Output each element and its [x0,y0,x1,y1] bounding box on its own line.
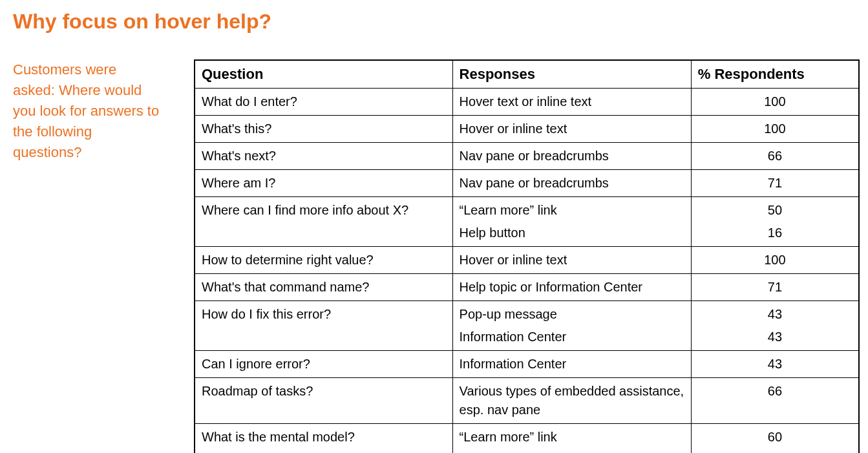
cell-response: Hover or inline text [452,247,691,274]
cell-percent: 43 [691,301,859,328]
page-title: Why focus on hover help? [13,10,855,34]
cell-question: What's this? [195,116,452,143]
cell-question: How do I fix this error? [195,301,452,328]
cell-response: Help button [452,224,691,247]
cell-question: Where am I? [195,170,452,197]
sidebar-text: Customers were asked: Where would you lo… [13,59,162,453]
table-row: What's that command name?Help topic or I… [195,274,859,301]
table-wrap: Question Responses % Respondents What do… [194,59,860,453]
cell-response: Nav pane or breadcrumbs [452,143,691,170]
table-row: Information Center40 [195,450,859,453]
cell-question [195,328,452,351]
cell-percent: 50 [691,197,859,224]
cell-response: Hover text or inline text [452,89,691,116]
cell-percent: 40 [691,450,859,453]
cell-percent: 16 [691,224,859,247]
cell-response: “Learn more” link [452,424,691,451]
cell-percent: 100 [691,116,859,143]
table-row: How do I fix this error?Pop-up message43 [195,301,859,328]
cell-response: Various types of embedded assistance, es… [452,378,691,424]
cell-question: What's next? [195,143,452,170]
cell-response: Help topic or Information Center [452,274,691,301]
cell-percent: 43 [691,351,859,378]
cell-question: Where can I find more info about X? [195,197,452,224]
cell-response: Nav pane or breadcrumbs [452,170,691,197]
cell-question: Roadmap of tasks? [195,378,452,424]
cell-percent: 66 [691,378,859,424]
cell-question [195,224,452,247]
table-row: Help button16 [195,224,859,247]
cell-percent: 100 [691,247,859,274]
cell-percent: 71 [691,274,859,301]
cell-question: What's that command name? [195,274,452,301]
content-row: Customers were asked: Where would you lo… [13,59,855,453]
responses-table: Question Responses % Respondents What do… [194,59,860,453]
cell-percent: 43 [691,328,859,351]
table-row: What's next?Nav pane or breadcrumbs66 [195,143,859,170]
cell-response: “Learn more” link [452,197,691,224]
table-row: How to determine right value?Hover or in… [195,247,859,274]
cell-percent: 100 [691,89,859,116]
header-question: Question [195,60,452,89]
cell-question [195,450,452,453]
table-row: What do I enter?Hover text or inline tex… [195,89,859,116]
table-row: Roadmap of tasks?Various types of embedd… [195,378,859,424]
cell-percent: 66 [691,143,859,170]
table-row: Where can I find more info about X?“Lear… [195,197,859,224]
cell-response: Hover or inline text [452,116,691,143]
table-header-row: Question Responses % Respondents [195,60,859,89]
cell-response: Information Center [452,351,691,378]
cell-question: Can I ignore error? [195,351,452,378]
cell-response: Information Center [452,328,691,351]
cell-response: Information Center [452,450,691,453]
cell-percent: 71 [691,170,859,197]
cell-question: What do I enter? [195,89,452,116]
cell-percent: 60 [691,424,859,451]
cell-question: How to determine right value? [195,247,452,274]
header-percent: % Respondents [691,60,859,89]
header-responses: Responses [452,60,691,89]
table-row: What is the mental model?“Learn more” li… [195,424,859,451]
cell-response: Pop-up message [452,301,691,328]
cell-question: What is the mental model? [195,424,452,451]
table-row: Information Center43 [195,328,859,351]
table-row: What's this?Hover or inline text100 [195,116,859,143]
table-row: Where am I?Nav pane or breadcrumbs71 [195,170,859,197]
table-row: Can I ignore error?Information Center43 [195,351,859,378]
